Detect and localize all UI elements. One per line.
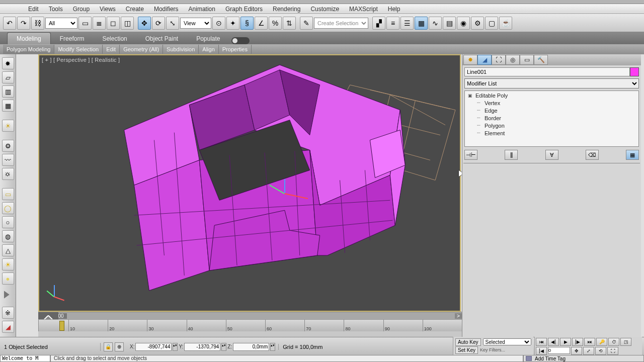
box-primitive-icon[interactable]: ▥	[2, 85, 14, 98]
redo-button[interactable]: ↷	[17, 17, 30, 30]
tab-freeform[interactable]: Freeform	[51, 33, 94, 44]
curve-editor-button[interactable]: ∿	[429, 17, 442, 30]
select-by-name-button[interactable]: ≣	[93, 17, 106, 30]
particles-icon[interactable]: ※	[2, 307, 14, 319]
select-and-scale-button[interactable]: ⤡	[166, 17, 179, 30]
sun-light-icon[interactable]: ☀	[2, 258, 14, 270]
panel-modify-selection[interactable]: Modify Selection	[54, 45, 103, 54]
configure-sets-button[interactable]: ▦	[626, 150, 639, 160]
subobj-edge[interactable]: Edge	[466, 107, 637, 114]
ellipse-shape-icon[interactable]: ◯	[2, 202, 14, 214]
use-pivot-button[interactable]: ⊙	[212, 17, 225, 30]
select-and-rotate-button[interactable]: ⟳	[152, 17, 165, 30]
align-button[interactable]: ≡	[386, 17, 399, 30]
trackbar-next-button[interactable]: >	[455, 313, 462, 319]
subobj-polygon[interactable]: Polygon	[466, 122, 637, 129]
menu-animation[interactable]: Animation	[184, 4, 220, 14]
graphite-toggle-button[interactable]: ▦	[415, 17, 428, 30]
utilities-tab-button[interactable]: 🔨	[534, 55, 548, 65]
select-object-button[interactable]: ▭	[78, 17, 92, 30]
prev-frame-button[interactable]: ◀ǀ	[548, 338, 559, 346]
x-coord-field[interactable]	[135, 343, 172, 351]
viewport-nav1-button[interactable]: ✥	[571, 347, 582, 355]
auto-key-button[interactable]: Auto Key	[455, 338, 481, 346]
z-coord-field[interactable]	[233, 343, 269, 351]
panel-subdivision[interactable]: Subdivision	[163, 45, 199, 54]
time-ruler[interactable]: 10 20 30 40 50 60 70 80 90 100	[38, 319, 462, 331]
y-spinner[interactable]: ▴▾	[221, 343, 226, 351]
x-spinner[interactable]: ▴▾	[173, 343, 178, 351]
key-filters-link[interactable]: Key Filters...	[480, 347, 531, 352]
paint-icon[interactable]: ◢	[2, 321, 14, 333]
plane-primitive-icon[interactable]: ▱	[2, 71, 14, 83]
subobj-element[interactable]: Element	[466, 129, 637, 137]
menu-help[interactable]: Help	[383, 4, 406, 14]
show-end-result-button[interactable]: ǁ	[505, 150, 518, 160]
menu-group[interactable]: Group	[68, 4, 95, 14]
display-tab-button[interactable]: ▭	[520, 55, 534, 65]
object-name-field[interactable]	[464, 67, 630, 76]
modifier-stack[interactable]: Editable Poly Vertex Edge Border Polygon…	[464, 90, 639, 147]
isolate-button[interactable]: ◳	[620, 338, 631, 346]
panel-edit[interactable]: Edit	[103, 45, 120, 54]
tab-selection[interactable]: Selection	[93, 33, 136, 44]
menu-rendering[interactable]: Rendering	[268, 4, 305, 14]
render-button[interactable]: ☕	[499, 17, 512, 30]
menu-views[interactable]: Views	[95, 4, 121, 14]
create-tab-icon[interactable]: ✸	[2, 57, 14, 69]
menu-tools[interactable]: Tools	[44, 4, 68, 14]
key-filter-dropdown[interactable]: Selected	[483, 338, 531, 345]
perspective-viewport[interactable]: [ + ] [ Perspective ] [ Realistic ]	[38, 54, 461, 312]
next-frame-button[interactable]: ǀ▶	[572, 338, 583, 346]
flyout-arrow-icon[interactable]	[4, 291, 12, 299]
remove-modifier-button[interactable]: ⌫	[586, 150, 599, 160]
edit-named-sel-button[interactable]: ✎	[300, 17, 313, 30]
select-and-move-button[interactable]: ✥	[138, 17, 151, 30]
prev-key-button[interactable]: ǀ◀	[536, 347, 547, 355]
time-tag-area[interactable]: Add Time Tag	[523, 355, 644, 362]
goto-end-button[interactable]: ⏭	[584, 338, 595, 346]
window-crossing-button[interactable]: ◫	[121, 17, 134, 30]
time-config-button[interactable]: ⏱	[608, 338, 619, 346]
ribbon-minimize-toggle[interactable]	[231, 37, 250, 44]
absolute-mode-icon[interactable]: ⊕	[115, 342, 124, 351]
named-selection-dropdown[interactable]: Create Selection Se	[314, 18, 368, 29]
viewport-nav2-button[interactable]: ⤢	[583, 347, 594, 355]
menu-maxscript[interactable]: MAXScript	[344, 4, 383, 14]
tab-object-paint[interactable]: Object Paint	[136, 33, 187, 44]
schematic-view-button[interactable]: ▤	[443, 17, 456, 30]
light-icon[interactable]: ☀	[2, 120, 14, 132]
ref-coord-dropdown[interactable]: View	[180, 18, 211, 29]
cone-icon[interactable]: △	[2, 244, 14, 256]
viewport-nav3-button[interactable]: ⟲	[595, 347, 606, 355]
percent-snap-button[interactable]: %	[269, 17, 282, 30]
menu-create[interactable]: Create	[121, 4, 149, 14]
pin-stack-button[interactable]: ⊣⊢	[464, 150, 477, 160]
viewport-nav4-button[interactable]: ⛶	[607, 347, 618, 355]
motion-tab-button[interactable]: ◎	[506, 55, 520, 65]
subobj-border[interactable]: Border	[466, 114, 637, 122]
panel-polygon-modeling[interactable]: Polygon Modeling	[3, 45, 54, 54]
key-mode-button[interactable]: 🔑	[596, 338, 607, 346]
modifier-list-dropdown[interactable]: Modifier List	[464, 78, 639, 88]
hierarchy-tab-button[interactable]: ⛶	[492, 55, 506, 65]
grid-primitive-icon[interactable]: ▦	[2, 100, 14, 112]
angle-snap-button[interactable]: ∠	[255, 17, 268, 30]
menu-modifiers[interactable]: Modifiers	[149, 4, 184, 14]
snap-toggle-button[interactable]: §	[240, 17, 254, 30]
helper-icon[interactable]: ⚙	[2, 140, 14, 152]
spinner-snap-button[interactable]: ⇅	[283, 17, 296, 30]
modify-tab-button[interactable]: ◢	[477, 55, 492, 65]
undo-button[interactable]: ↶	[3, 17, 16, 30]
tab-populate[interactable]: Populate	[187, 33, 229, 44]
set-key-button[interactable]: Set Key	[455, 346, 478, 354]
panel-geometry-all[interactable]: Geometry (All)	[120, 45, 163, 54]
rect-region-button[interactable]: ◻	[107, 17, 120, 30]
y-coord-field[interactable]	[184, 343, 220, 351]
move-gizmo-icon[interactable]	[280, 178, 310, 208]
link-button[interactable]: ⛓	[31, 17, 44, 30]
spacewarp-icon[interactable]: 〰	[2, 154, 14, 166]
current-frame-field[interactable]	[548, 347, 570, 354]
menu-graph-editors[interactable]: Graph Editors	[220, 4, 268, 14]
systems-icon[interactable]: ⛭	[2, 168, 14, 180]
